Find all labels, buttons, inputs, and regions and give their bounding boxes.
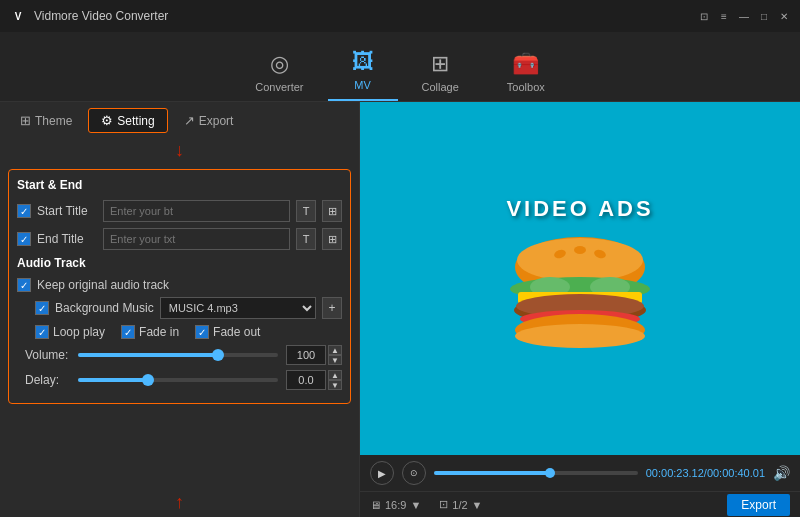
fade-in-checkbox[interactable] bbox=[121, 325, 135, 339]
keep-original-checkbox[interactable] bbox=[17, 278, 31, 292]
bg-music-checkbox[interactable] bbox=[35, 301, 49, 315]
delay-thumb[interactable] bbox=[142, 374, 154, 386]
nav-converter-label: Converter bbox=[255, 81, 303, 93]
preview-canvas: VIDEO ADS bbox=[360, 102, 800, 455]
preview-area: VIDEO ADS bbox=[360, 102, 800, 455]
delay-track[interactable] bbox=[78, 378, 278, 382]
sub-bar: 🖥 16:9 ▼ ⊡ 1/2 ▼ Export bbox=[360, 491, 800, 517]
delay-label: Delay: bbox=[25, 373, 70, 387]
audio-options-row: Loop play Fade in Fade out bbox=[17, 325, 342, 339]
setting-icon: ⚙ bbox=[101, 113, 113, 128]
fade-out-option: Fade out bbox=[195, 325, 260, 339]
bg-music-add-btn[interactable]: + bbox=[322, 297, 342, 319]
tab-export-label: Export bbox=[199, 114, 234, 128]
settings-panel: Start & End Start Title T ⊞ End Title T … bbox=[0, 161, 359, 487]
app-icon: V bbox=[8, 6, 28, 26]
background-music-row: Background Music MUSIC 4.mp3 + bbox=[17, 297, 342, 319]
delay-fill bbox=[78, 378, 148, 382]
svg-point-3 bbox=[574, 246, 586, 254]
titlebar-controls: ⊡ ≡ — □ ✕ bbox=[696, 8, 792, 24]
tab-theme-label: Theme bbox=[35, 114, 72, 128]
aspect-icon: 🖥 bbox=[370, 499, 381, 511]
fade-out-label: Fade out bbox=[213, 325, 260, 339]
nav-converter[interactable]: ◎ Converter bbox=[231, 43, 327, 101]
volume-fill bbox=[78, 353, 218, 357]
start-end-title: Start & End bbox=[17, 178, 342, 192]
bg-music-select[interactable]: MUSIC 4.mp3 bbox=[160, 297, 316, 319]
fade-out-checkbox[interactable] bbox=[195, 325, 209, 339]
delay-up[interactable]: ▲ bbox=[328, 370, 342, 380]
delay-down[interactable]: ▼ bbox=[328, 380, 342, 390]
nav-toolbox-label: Toolbox bbox=[507, 81, 545, 93]
volume-arrows: ▲ ▼ bbox=[328, 345, 342, 365]
start-title-grid-btn[interactable]: ⊞ bbox=[322, 200, 342, 222]
tab-setting[interactable]: ⚙ Setting bbox=[88, 108, 167, 133]
nav-mv[interactable]: 🖼 MV bbox=[328, 41, 398, 101]
minimize-btn[interactable]: — bbox=[736, 8, 752, 24]
svg-point-13 bbox=[515, 324, 645, 348]
bg-music-label: Background Music bbox=[55, 301, 154, 315]
end-title-font-btn[interactable]: T bbox=[296, 228, 316, 250]
progress-thumb[interactable] bbox=[545, 468, 555, 478]
fade-in-label: Fade in bbox=[139, 325, 179, 339]
aspect-selector[interactable]: 🖥 16:9 ▼ bbox=[370, 499, 421, 511]
delay-arrows: ▲ ▼ bbox=[328, 370, 342, 390]
page-arrow: ▼ bbox=[472, 499, 483, 511]
nav-toolbox[interactable]: 🧰 Toolbox bbox=[483, 43, 569, 101]
volume-up[interactable]: ▲ bbox=[328, 345, 342, 355]
volume-row: Volume: ▲ ▼ bbox=[17, 345, 342, 365]
page-icon: ⊡ bbox=[439, 498, 448, 511]
toolbox-icon: 🧰 bbox=[512, 51, 539, 77]
end-title-grid-btn[interactable]: ⊞ bbox=[322, 228, 342, 250]
chat-btn[interactable]: ⊡ bbox=[696, 8, 712, 24]
time-display: 00:00:23.12/00:00:40.01 bbox=[646, 467, 765, 479]
end-title-row: End Title T ⊞ bbox=[17, 228, 342, 250]
mv-icon: 🖼 bbox=[352, 49, 374, 75]
subtabs: ⊞ Theme ⚙ Setting ↗ Export bbox=[0, 102, 359, 139]
export-button[interactable]: Export bbox=[727, 494, 790, 516]
volume-down[interactable]: ▼ bbox=[328, 355, 342, 365]
tab-theme[interactable]: ⊞ Theme bbox=[8, 109, 84, 132]
volume-label: Volume: bbox=[25, 348, 70, 362]
burger-graphic bbox=[500, 232, 660, 362]
start-title-checkbox[interactable] bbox=[17, 204, 31, 218]
nav-collage[interactable]: ⊞ Collage bbox=[398, 43, 483, 101]
keep-original-label: Keep original audio track bbox=[37, 278, 169, 292]
progress-track[interactable] bbox=[434, 471, 638, 475]
maximize-btn[interactable]: □ bbox=[756, 8, 772, 24]
keep-original-row: Keep original audio track bbox=[17, 278, 342, 292]
start-title-input[interactable] bbox=[103, 200, 290, 222]
red-arrow-down: ↓ bbox=[175, 141, 184, 159]
red-arrow-up: ↑ bbox=[0, 491, 359, 513]
volume-input[interactable] bbox=[286, 345, 326, 365]
left-panel: ⊞ Theme ⚙ Setting ↗ Export ↓ Start & End… bbox=[0, 102, 360, 517]
nav-mv-label: MV bbox=[354, 79, 371, 91]
right-panel: VIDEO ADS bbox=[360, 102, 800, 517]
menu-btn[interactable]: ≡ bbox=[716, 8, 732, 24]
start-title-row: Start Title T ⊞ bbox=[17, 200, 342, 222]
page-indicator[interactable]: ⊡ 1/2 ▼ bbox=[439, 498, 482, 511]
svg-point-1 bbox=[517, 238, 643, 282]
theme-icon: ⊞ bbox=[20, 113, 31, 128]
volume-track[interactable] bbox=[78, 353, 278, 357]
volume-icon[interactable]: 🔊 bbox=[773, 465, 790, 481]
end-title-input[interactable] bbox=[103, 228, 290, 250]
start-title-label: Start Title bbox=[37, 204, 97, 218]
play-button[interactable]: ▶ bbox=[370, 461, 394, 485]
volume-value: ▲ ▼ bbox=[286, 345, 342, 365]
app-title: Vidmore Video Converter bbox=[34, 9, 168, 23]
tab-export[interactable]: ↗ Export bbox=[172, 109, 246, 132]
loop-play-checkbox[interactable] bbox=[35, 325, 49, 339]
close-btn[interactable]: ✕ bbox=[776, 8, 792, 24]
stop-button[interactable]: ⊙ bbox=[402, 461, 426, 485]
aspect-arrow: ▼ bbox=[410, 499, 421, 511]
volume-thumb[interactable] bbox=[212, 349, 224, 361]
video-title: VIDEO ADS bbox=[506, 196, 653, 222]
end-title-label: End Title bbox=[37, 232, 97, 246]
delay-input[interactable] bbox=[286, 370, 326, 390]
export-tab-icon: ↗ bbox=[184, 113, 195, 128]
end-title-checkbox[interactable] bbox=[17, 232, 31, 246]
main-area: ⊞ Theme ⚙ Setting ↗ Export ↓ Start & End… bbox=[0, 102, 800, 517]
start-title-font-btn[interactable]: T bbox=[296, 200, 316, 222]
aspect-ratio: 16:9 bbox=[385, 499, 406, 511]
